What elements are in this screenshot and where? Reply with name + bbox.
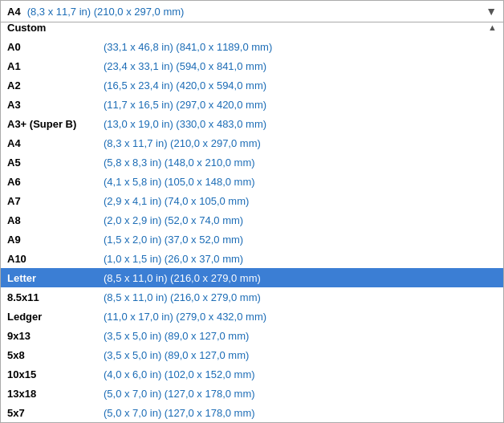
- item-name: 9x13: [7, 330, 87, 342]
- item-name: A2: [7, 79, 87, 92]
- list-item[interactable]: A6(4,1 x 5,8 in) (105,0 x 148,0 mm): [1, 172, 503, 191]
- list-item[interactable]: A4(8,3 x 11,7 in) (210,0 x 297,0 mm): [1, 133, 503, 153]
- header-dims: (8,3 x 11,7 in) (210,0 x 297,0 mm): [27, 6, 185, 18]
- category-name: Custom: [7, 22, 87, 34]
- item-name: A10: [7, 253, 87, 265]
- list-container: Custom▲A0(33,1 x 46,8 in) (841,0 x 1189,…: [0, 22, 504, 423]
- item-dims: (8,5 x 11,0 in) (216,0 x 279,0 mm): [87, 272, 497, 284]
- item-name: A6: [7, 176, 87, 188]
- item-name: A9: [7, 234, 87, 246]
- list-item[interactable]: 13x18(5,0 x 7,0 in) (127,0 x 178,0 mm): [1, 384, 503, 403]
- item-dims: (3,5 x 5,0 in) (89,0 x 127,0 mm): [87, 330, 497, 342]
- item-name: 5x7: [7, 407, 87, 419]
- item-name: Letter: [7, 272, 87, 284]
- list-item[interactable]: 8.5x11(8,5 x 11,0 in) (216,0 x 279,0 mm): [1, 287, 503, 307]
- list-item[interactable]: A1(23,4 x 33,1 in) (594,0 x 841,0 mm): [1, 56, 503, 75]
- list-item[interactable]: A3+ (Super B)(13,0 x 19,0 in) (330,0 x 4…: [1, 114, 503, 133]
- item-name: A4: [7, 137, 87, 149]
- list-item[interactable]: A5(5,8 x 8,3 in) (148,0 x 210,0 mm): [1, 153, 503, 172]
- item-name: A3: [7, 99, 87, 111]
- list-item[interactable]: 9x13(3,5 x 5,0 in) (89,0 x 127,0 mm): [1, 326, 503, 345]
- list-item[interactable]: A10(1,0 x 1,5 in) (26,0 x 37,0 mm): [1, 249, 503, 268]
- list-item[interactable]: 5x8(3,5 x 5,0 in) (89,0 x 127,0 mm): [1, 345, 503, 364]
- list-item[interactable]: A8(2,0 x 2,9 in) (52,0 x 74,0 mm): [1, 210, 503, 230]
- item-dims: (5,0 x 7,0 in) (127,0 x 178,0 mm): [87, 407, 497, 419]
- item-name: A3+ (Super B): [7, 118, 87, 130]
- item-dims: (3,5 x 5,0 in) (89,0 x 127,0 mm): [87, 349, 497, 361]
- list-item[interactable]: A0(33,1 x 46,8 in) (841,0 x 1189,0 mm): [1, 37, 503, 56]
- list-item[interactable]: 5x7(5,0 x 7,0 in) (127,0 x 178,0 mm): [1, 403, 503, 422]
- list-item[interactable]: A2(16,5 x 23,4 in) (420,0 x 594,0 mm): [1, 75, 503, 95]
- item-name: A8: [7, 214, 87, 226]
- item-name: A1: [7, 60, 87, 72]
- item-dims: (11,0 x 17,0 in) (279,0 x 432,0 mm): [87, 311, 497, 323]
- item-name: A7: [7, 195, 87, 207]
- item-dims: (2,0 x 2,9 in) (52,0 x 74,0 mm): [87, 214, 497, 226]
- item-dims: (5,0 x 7,0 in) (127,0 x 178,0 mm): [87, 388, 497, 400]
- item-dims: (8,5 x 11,0 in) (216,0 x 279,0 mm): [87, 291, 497, 303]
- dropdown-arrow-icon: ▼: [486, 5, 497, 18]
- category-row[interactable]: Custom▲: [1, 22, 503, 37]
- list-item[interactable]: Ledger(11,0 x 17,0 in) (279,0 x 432,0 mm…: [1, 307, 503, 326]
- list-item[interactable]: A9(1,5 x 2,0 in) (37,0 x 52,0 mm): [1, 230, 503, 249]
- item-name: Ledger: [7, 311, 87, 323]
- header-name: A4: [7, 6, 21, 18]
- item-dims: (13,0 x 19,0 in) (330,0 x 483,0 mm): [87, 118, 497, 130]
- item-dims: (2,9 x 4,1 in) (74,0 x 105,0 mm): [87, 195, 497, 207]
- item-name: A0: [7, 41, 87, 53]
- list-item[interactable]: A3(11,7 x 16,5 in) (297,0 x 420,0 mm): [1, 95, 503, 114]
- list-item[interactable]: A7(2,9 x 4,1 in) (74,0 x 105,0 mm): [1, 191, 503, 210]
- item-dims: (4,1 x 5,8 in) (105,0 x 148,0 mm): [87, 176, 497, 188]
- item-dims: (1,0 x 1,5 in) (26,0 x 37,0 mm): [87, 253, 497, 265]
- list-item[interactable]: 10x15(4,0 x 6,0 in) (102,0 x 152,0 mm): [1, 364, 503, 384]
- item-name: A5: [7, 157, 87, 169]
- item-dims: (5,8 x 8,3 in) (148,0 x 210,0 mm): [87, 157, 497, 169]
- item-dims: (16,5 x 23,4 in) (420,0 x 594,0 mm): [87, 79, 497, 92]
- item-name: 8.5x11: [7, 291, 87, 303]
- item-name: 5x8: [7, 349, 87, 361]
- scroll-up-icon[interactable]: ▲: [488, 22, 497, 32]
- dropdown-header[interactable]: A4 (8,3 x 11,7 in) (210,0 x 297,0 mm) ▼: [0, 0, 504, 22]
- item-name: 10x15: [7, 368, 87, 380]
- item-dims: (11,7 x 16,5 in) (297,0 x 420,0 mm): [87, 99, 497, 111]
- item-dims: (33,1 x 46,8 in) (841,0 x 1189,0 mm): [87, 41, 497, 53]
- item-dims: (4,0 x 6,0 in) (102,0 x 152,0 mm): [87, 368, 497, 380]
- item-dims: (8,3 x 11,7 in) (210,0 x 297,0 mm): [87, 137, 497, 149]
- item-name: 13x18: [7, 388, 87, 400]
- item-dims: (23,4 x 33,1 in) (594,0 x 841,0 mm): [87, 60, 497, 72]
- item-dims: (1,5 x 2,0 in) (37,0 x 52,0 mm): [87, 234, 497, 246]
- list-item[interactable]: Letter(8,5 x 11,0 in) (216,0 x 279,0 mm): [1, 268, 503, 287]
